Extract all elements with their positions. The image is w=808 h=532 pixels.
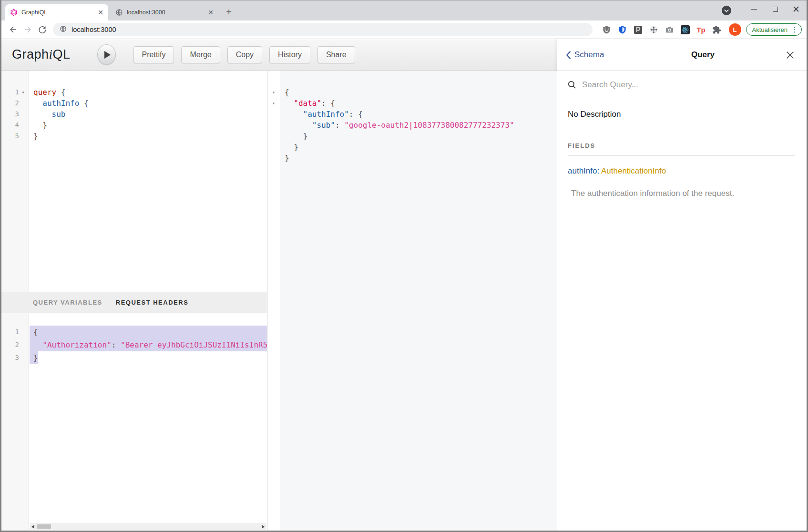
new-tab-button[interactable]: + bbox=[222, 5, 235, 19]
close-window-button[interactable]: ✕ bbox=[786, 1, 807, 17]
search-icon bbox=[568, 81, 576, 89]
tab-request-headers[interactable]: REQUEST HEADERS bbox=[116, 299, 189, 306]
type-description: No Description bbox=[568, 110, 795, 119]
doc-explorer: Schema Query No Description FIELDS authI… bbox=[557, 39, 807, 531]
forward-button[interactable] bbox=[20, 22, 35, 37]
variables-tab-bar: QUERY VARIABLES REQUEST HEADERS bbox=[1, 292, 267, 313]
fields-section-label: FIELDS bbox=[568, 142, 795, 149]
close-icon bbox=[786, 51, 794, 59]
tp-extension-icon[interactable]: Tp bbox=[694, 22, 708, 37]
maximize-button[interactable] bbox=[765, 1, 786, 17]
minimize-icon bbox=[751, 9, 757, 10]
response-viewer[interactable]: ▾{▾ "data": { "authInfo": { "sub": "goog… bbox=[267, 71, 557, 531]
browser-menu-icon[interactable]: ⋮ bbox=[791, 25, 798, 34]
reload-button[interactable] bbox=[35, 22, 49, 37]
tab-strip: GraphiQL ✕ localhost:3000 ✕ + ✕ bbox=[1, 0, 807, 20]
execute-query-button[interactable] bbox=[97, 44, 116, 65]
field-description: The authentication information of the re… bbox=[571, 189, 795, 198]
play-icon bbox=[104, 51, 111, 59]
profile-avatar[interactable]: L bbox=[729, 23, 741, 36]
maximize-icon bbox=[773, 7, 778, 12]
extensions-puzzle-icon[interactable] bbox=[710, 22, 724, 37]
share-button[interactable]: Share bbox=[317, 46, 355, 63]
history-button[interactable]: History bbox=[269, 46, 310, 63]
query-editor[interactable]: 1▾query {2 authInfo {3 sub4 }5} bbox=[1, 71, 267, 292]
horizontal-scrollbar[interactable] bbox=[30, 523, 266, 530]
tab-close-icon[interactable]: ✕ bbox=[97, 9, 104, 16]
scroll-right-arrow[interactable] bbox=[260, 523, 266, 530]
field-row: authInfo: AuthenticationInfo bbox=[568, 166, 795, 176]
bitwarden-extension-icon[interactable] bbox=[615, 22, 630, 37]
globe-icon bbox=[115, 9, 123, 16]
copy-button[interactable]: Copy bbox=[227, 46, 262, 63]
react-devtools-extension-icon[interactable] bbox=[678, 22, 693, 37]
browser-toolbar: localhost:3000 Tp L Aktualisieren ⋮ bbox=[1, 20, 807, 39]
minimize-button[interactable] bbox=[744, 1, 765, 17]
url-text: localhost:3000 bbox=[72, 26, 116, 33]
graphiql-toolbar: GraphiQL Prettify Merge Copy History Sha… bbox=[1, 39, 557, 71]
scrollbar-thumb[interactable] bbox=[37, 524, 51, 529]
doc-close-button[interactable] bbox=[786, 51, 794, 59]
p-extension-icon[interactable] bbox=[631, 22, 645, 37]
field-type-link[interactable]: AuthenticationInfo bbox=[601, 166, 666, 175]
browser-update-button[interactable]: Aktualisieren ⋮ bbox=[746, 23, 802, 36]
doc-type-title: Query bbox=[691, 50, 715, 60]
tab-title: localhost:3000 bbox=[127, 9, 207, 16]
doc-search-row bbox=[567, 71, 807, 97]
doc-explorer-titlebar: Schema Query bbox=[557, 39, 807, 71]
ublock-extension-icon[interactable] bbox=[600, 22, 614, 37]
close-icon: ✕ bbox=[792, 5, 800, 14]
tab-localhost[interactable]: localhost:3000 ✕ bbox=[111, 4, 218, 20]
fields-divider bbox=[568, 155, 795, 156]
doc-back-link[interactable]: Schema bbox=[566, 50, 604, 60]
address-bar[interactable]: localhost:3000 bbox=[53, 23, 593, 36]
tab-close-icon[interactable]: ✕ bbox=[207, 9, 215, 16]
field-name-link[interactable]: authInfo bbox=[568, 166, 597, 175]
site-globe-icon bbox=[60, 25, 67, 34]
tab-graphiql[interactable]: GraphiQL ✕ bbox=[5, 4, 108, 20]
tab-query-variables[interactable]: QUERY VARIABLES bbox=[33, 299, 102, 306]
browser-window: GraphiQL ✕ localhost:3000 ✕ + ✕ bbox=[0, 0, 808, 532]
graphiql-logo: GraphiQL bbox=[12, 47, 71, 62]
back-button[interactable] bbox=[6, 22, 20, 37]
doc-search-input[interactable] bbox=[582, 80, 763, 90]
graphql-logo-icon bbox=[10, 9, 18, 16]
request-headers-editor[interactable]: 1{2 "Authorization": "Bearer eyJhbGciOiJ… bbox=[1, 313, 267, 531]
merge-button[interactable]: Merge bbox=[181, 46, 220, 63]
tab-title: GraphiQL bbox=[21, 9, 97, 16]
prettify-button[interactable]: Prettify bbox=[133, 46, 174, 63]
tab-search-button[interactable] bbox=[722, 6, 731, 15]
chevron-left-icon bbox=[566, 51, 571, 59]
camera-extension-icon[interactable] bbox=[663, 22, 677, 37]
move-extension-icon[interactable] bbox=[647, 22, 661, 37]
scroll-left-arrow[interactable] bbox=[30, 523, 36, 530]
scrollbar-track[interactable] bbox=[36, 523, 260, 530]
